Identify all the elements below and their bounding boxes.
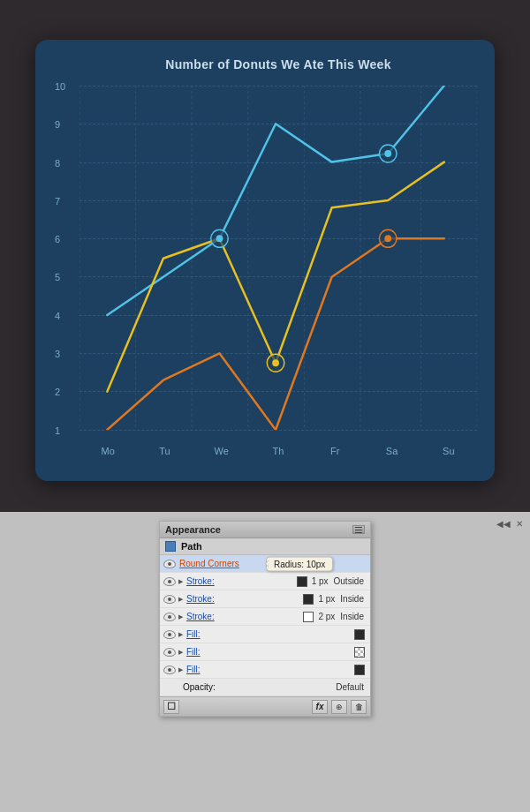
stroke-row-3: Stroke: 2 px Inside	[160, 608, 370, 626]
grid-y1: 1	[80, 430, 477, 431]
stroke1-value: 1 px	[312, 576, 329, 586]
chart-area: 10 9 8 7 6 5 4 3 2 1	[80, 86, 477, 430]
x-label-tu: Tu	[136, 446, 193, 456]
visibility-eye-stroke1[interactable]	[163, 577, 176, 586]
x-label-fr: Fr	[307, 446, 363, 456]
fill-row-1: Fill:	[160, 626, 370, 643]
stroke2-swatch[interactable]	[303, 594, 314, 605]
stroke3-value: 2 px	[318, 612, 335, 621]
copy-button[interactable]: ⊕	[331, 700, 347, 714]
x-label-mo: Mo	[80, 446, 136, 456]
expand-stroke2[interactable]	[176, 595, 185, 604]
stroke3-swatch[interactable]	[303, 612, 314, 622]
visibility-eye-round-corners[interactable]	[163, 560, 176, 568]
panel-titlebar: Appearance	[160, 522, 370, 538]
x-label-we: We	[193, 446, 250, 456]
x-label-th: Th	[250, 446, 307, 456]
visibility-eye-stroke2[interactable]	[163, 595, 176, 604]
scroll-indicator: ◀◀ ✕	[496, 519, 523, 529]
stroke-row-1: Stroke: 1 px Outside	[160, 573, 370, 590]
fill-row-3: Fill:	[160, 661, 370, 679]
stroke2-label[interactable]: Stroke:	[186, 594, 301, 604]
fx-button[interactable]: fx	[312, 700, 328, 714]
round-corners-row[interactable]: Round Corners Radius: 10px	[160, 555, 370, 573]
panel-header-row: Path	[160, 538, 370, 555]
stroke2-value: 1 px	[318, 594, 335, 604]
svg-point-8	[216, 235, 223, 242]
svg-point-10	[272, 359, 279, 366]
panel-title: Appearance	[165, 524, 221, 535]
opacity-row: Opacity: Default	[160, 679, 370, 696]
fill2-label[interactable]: Fill:	[186, 647, 352, 657]
visibility-eye-fill3[interactable]	[163, 665, 176, 674]
opacity-label: Opacity:	[183, 682, 333, 692]
stroke1-extra: Outside	[334, 576, 364, 586]
delete-button[interactable]: 🗑	[351, 700, 367, 714]
orange-line	[107, 238, 444, 430]
x-axis-labels: Mo Tu We Th Fr Sa Su	[80, 446, 477, 456]
expand-fill1[interactable]	[176, 630, 185, 639]
stroke3-label[interactable]: Stroke:	[186, 612, 301, 621]
svg-point-11	[384, 235, 391, 242]
svg-point-9	[384, 150, 391, 157]
chart-card: Number of Donuts We Ate This Week 10 9 8…	[35, 40, 495, 481]
x-label-su: Su	[420, 446, 477, 456]
opacity-value: Default	[336, 682, 364, 692]
fill3-swatch[interactable]	[354, 665, 365, 675]
blue-line	[107, 86, 444, 315]
appearance-panel: Appearance Path Round Corners Radius: 10…	[159, 521, 371, 717]
visibility-eye-fill1[interactable]	[163, 630, 176, 639]
fill2-swatch[interactable]	[354, 647, 365, 658]
chart-svg	[80, 86, 477, 430]
stroke3-extra: Inside	[340, 612, 364, 621]
expand-fill2[interactable]	[176, 648, 185, 657]
stroke1-swatch[interactable]	[297, 576, 307, 587]
panel-section: ◀◀ ✕ Appearance Path Round Corners Radiu…	[0, 512, 530, 812]
fill1-swatch[interactable]	[354, 629, 365, 640]
visibility-eye-stroke3[interactable]	[163, 613, 176, 621]
fill-row-2: Fill:	[160, 643, 370, 661]
path-color-indicator	[165, 541, 176, 552]
fill3-label[interactable]: Fill:	[186, 665, 352, 674]
stroke1-label[interactable]: Stroke:	[186, 576, 295, 586]
panel-toolbar: ☐ fx ⊕ 🗑	[160, 696, 370, 716]
expand-stroke3[interactable]	[176, 613, 185, 621]
expand-stroke1[interactable]	[176, 577, 185, 586]
x-label-sa: Sa	[363, 446, 420, 456]
radius-tooltip: Radius: 10px	[266, 556, 333, 571]
expand-fill3[interactable]	[176, 665, 185, 674]
visibility-eye-fill2[interactable]	[163, 648, 176, 657]
panel-menu-button[interactable]	[352, 525, 365, 534]
chart-title: Number of Donuts We Ate This Week	[80, 57, 477, 71]
chart-section: Number of Donuts We Ate This Week 10 9 8…	[0, 0, 530, 512]
stroke-row-2: Stroke: 1 px Inside	[160, 590, 370, 608]
path-label: Path	[181, 541, 202, 552]
fill1-label[interactable]: Fill:	[186, 629, 352, 639]
add-effect-button[interactable]: ☐	[163, 700, 179, 714]
stroke2-extra: Inside	[340, 594, 364, 604]
